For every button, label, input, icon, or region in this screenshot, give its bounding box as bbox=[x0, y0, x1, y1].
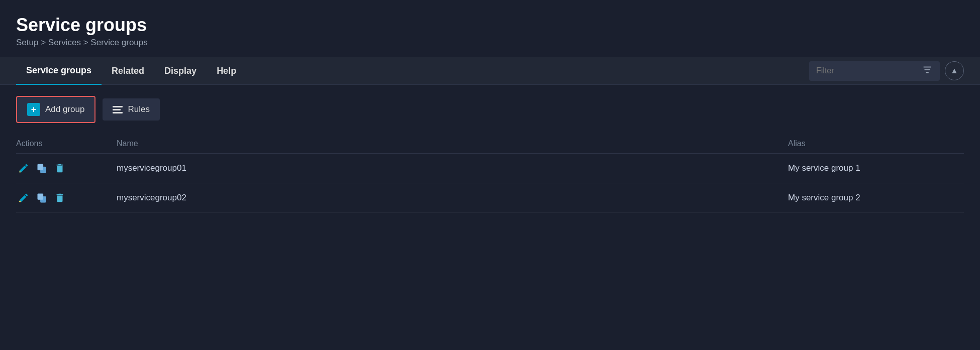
breadcrumb: Setup > Services > Service groups bbox=[16, 38, 964, 48]
actions-cell bbox=[16, 161, 117, 176]
actions-cell bbox=[16, 190, 117, 205]
delete-icon[interactable] bbox=[52, 161, 67, 176]
chevron-up-icon: ▲ bbox=[950, 66, 958, 75]
table-section: Actions Name Alias bbox=[0, 134, 980, 213]
table-header-row: Actions Name Alias bbox=[16, 134, 964, 154]
edit-icon[interactable] bbox=[16, 190, 31, 205]
svg-rect-5 bbox=[38, 164, 43, 170]
page-title: Service groups bbox=[16, 14, 964, 36]
filter-icon bbox=[922, 64, 933, 78]
filter-input-wrapper bbox=[809, 61, 940, 81]
add-group-button[interactable]: + Add group bbox=[16, 96, 95, 123]
filter-input[interactable] bbox=[816, 66, 918, 75]
nav-item-service-groups[interactable]: Service groups bbox=[16, 57, 102, 85]
rules-label: Rules bbox=[128, 104, 149, 114]
plus-icon: + bbox=[27, 103, 40, 116]
add-group-label: Add group bbox=[45, 104, 84, 114]
col-header-name: Name bbox=[117, 139, 788, 148]
copy-icon[interactable] bbox=[34, 161, 49, 176]
edit-icon[interactable] bbox=[16, 161, 31, 176]
row-name-1: myservicegroup01 bbox=[117, 163, 788, 173]
col-header-actions: Actions bbox=[16, 139, 117, 148]
toolbar: + Add group Rules bbox=[0, 85, 980, 134]
row-alias-2: My service group 2 bbox=[788, 193, 964, 203]
col-header-alias: Alias bbox=[788, 139, 964, 148]
collapse-button[interactable]: ▲ bbox=[945, 61, 964, 80]
delete-icon[interactable] bbox=[52, 190, 67, 205]
svg-rect-3 bbox=[19, 172, 21, 173]
row-name-2: myservicegroup02 bbox=[117, 193, 788, 203]
copy-icon[interactable] bbox=[34, 190, 49, 205]
svg-rect-6 bbox=[19, 201, 21, 202]
nav-item-display[interactable]: Display bbox=[154, 57, 207, 85]
page-header: Service groups Setup > Services > Servic… bbox=[0, 0, 980, 57]
rules-button[interactable]: Rules bbox=[103, 98, 159, 121]
table-row: myservicegroup02 My service group 2 bbox=[16, 183, 964, 213]
nav-item-help[interactable]: Help bbox=[207, 57, 246, 85]
table-row: myservicegroup01 My service group 1 bbox=[16, 154, 964, 183]
nav-bar: Service groups Related Display Help ▲ bbox=[0, 57, 980, 85]
row-alias-1: My service group 1 bbox=[788, 163, 964, 173]
nav-item-related[interactable]: Related bbox=[102, 57, 154, 85]
svg-rect-8 bbox=[38, 194, 43, 200]
filter-container: ▲ bbox=[809, 61, 964, 81]
rules-icon bbox=[113, 106, 123, 113]
